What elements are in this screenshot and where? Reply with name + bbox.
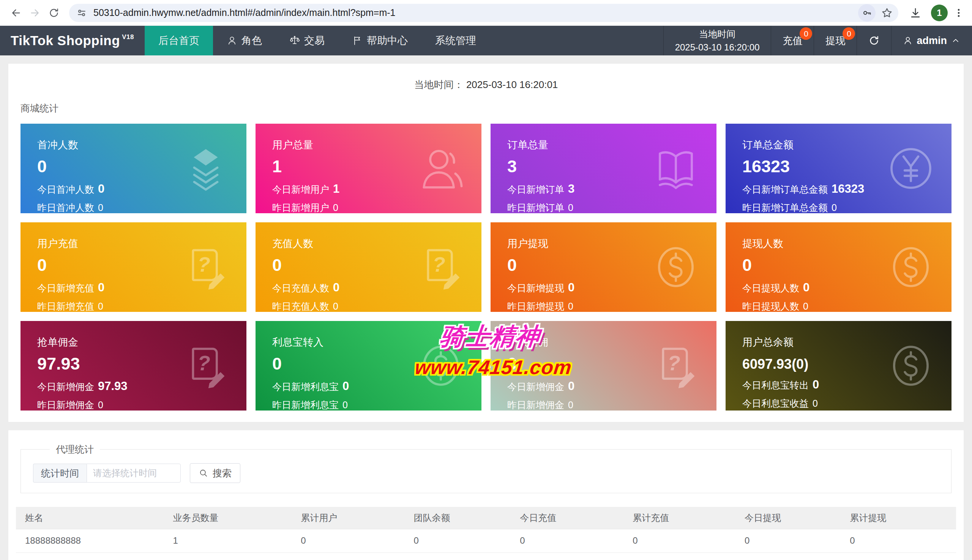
table-header-cell: 姓名 [16,507,169,529]
card-yesterday-label: 昨日首冲人数 [37,202,94,213]
card-yesterday-line: 昨日新增用户 0 [272,202,465,213]
card-yesterday-line: 昨日提现人数 0 [742,300,935,312]
stat-card: 用户总余额 6097.93(0) 今日利息宝转出 0 今日利息宝收益 0 [726,321,952,410]
card-today-value: 0 [568,379,575,393]
card-today-label: 今日首冲人数 [37,183,94,196]
browser-profile-avatar[interactable]: 1 [931,5,948,21]
table-cell: 0 [741,529,846,552]
browser-menu-icon[interactable] [953,7,964,18]
svg-text:?: ? [668,351,680,375]
forward-icon[interactable] [27,5,43,21]
card-yesterday-line: 昨日新增充值 0 [37,300,230,312]
card-today-value: 0 [342,379,349,393]
stat-time-input-group: 统计时间 [33,463,181,483]
url-text[interactable]: 50310-admin.hwymw.net/admin.html#/admin/… [94,7,858,18]
card-yesterday-label: 昨日新增订单总金额 [742,202,828,213]
agent-stats-title: 代理统计 [50,443,100,456]
search-button[interactable]: 搜索 [190,463,240,483]
table-cell: 0 [846,529,956,552]
card-yesterday-value: 0 [342,400,348,410]
table-cell: 0 [297,529,410,552]
search-button-label: 搜索 [213,467,232,480]
card-today-label: 今日提现人数 [742,282,799,294]
address-bar[interactable]: 50310-admin.hwymw.net/admin.html#/admin/… [69,4,899,22]
withdraw-label: 提现 [825,34,845,47]
content-time-value: 2025-03-10 16:20:01 [466,79,558,90]
svg-text:?: ? [197,253,210,276]
card-today-label: 今日新增佣金 [37,380,94,393]
back-icon[interactable] [8,5,24,21]
stat-card: 充值人数 0 今日充值人数 0 昨日充值人数 0 ? [256,222,481,312]
table-row: 188888888881000000 [16,529,956,552]
table-header-cell: 业务员数量 [169,507,297,529]
card-yesterday-label: 昨日新增利息宝 [272,399,339,410]
card-today-value: 0 [568,281,575,294]
table-header-row: 姓名业务员数量累计用户团队余额今日充值累计充值今日提现累计提现 [16,507,956,529]
card-yesterday-line: 昨日首冲人数 0 [37,202,230,213]
svg-text:?: ? [433,253,445,276]
card-yesterday-label: 昨日充值人数 [272,300,329,312]
card-yesterday-line: 昨日新增订单 0 [507,202,700,213]
main-menu: 后台首页角色交易帮助中心系统管理 [145,26,490,55]
user-icon [903,36,913,45]
stat-time-label: 统计时间 [33,463,87,483]
card-today-label: 今日新增订单 [507,183,564,196]
recharge-button[interactable]: 充值 0 [771,26,814,55]
card-yesterday-line: 昨日充值人数 0 [272,300,465,312]
stat-time-input[interactable] [87,463,181,483]
doc-icon: ? [417,243,465,291]
mall-stats-panel: 当地时间： 2025-03-10 16:20:01 商城统计 首冲人数 0 今日… [8,64,964,422]
card-yesterday-value: 0 [98,400,103,410]
card-yesterday-label: 昨日新增佣金 [507,399,564,410]
card-yesterday-line: 昨日新增提现 0 [507,300,700,312]
stat-card: 利息宝转入 0 今日新增利息宝 0 昨日新增利息宝 0 [256,321,481,410]
table-cell: 0 [516,529,629,552]
card-today-value: 0 [333,281,339,294]
nav-item-1[interactable]: 后台首页 [145,26,213,55]
refresh-icon [868,35,880,46]
withdraw-button[interactable]: 提现 0 [814,26,857,55]
agent-stats-panel: 代理统计 统计时间 搜索 姓名业务员数量累计用户团队余额今日充值累计充值今日提现… [8,430,964,560]
local-time-block: 当地时间 2025-03-10 16:20:00 [663,26,771,55]
nav-item-2[interactable]: 角色 [213,26,276,55]
refresh-button[interactable] [857,26,891,55]
page-content: 当地时间： 2025-03-10 16:20:01 商城统计 首冲人数 0 今日… [0,64,972,560]
stat-card: 用户总量 1 今日新增用户 1 昨日新增用户 0 [256,124,481,213]
doc-icon: ? [182,342,230,390]
nav-item-4[interactable]: 帮助中心 [338,26,421,55]
card-yesterday-label: 今日利息宝收益 [742,397,809,410]
table-header-cell: 今日提现 [741,507,846,529]
table-body: 188888888881000000 [16,529,956,552]
withdraw-badge: 0 [843,27,855,40]
card-yesterday-label: 昨日新增佣金 [37,399,94,410]
nav-item-3[interactable]: 交易 [276,26,338,55]
person-icon [417,145,465,192]
table-header-cell: 累计充值 [629,507,741,529]
card-today-value: 0 [813,378,819,392]
card-today-label: 今日新增提现 [507,282,564,294]
card-yesterday-value: 0 [568,301,573,312]
card-yesterday-value: 0 [832,202,837,213]
local-time-value: 2025-03-10 16:20:00 [675,41,760,54]
card-today-label: 今日新增充值 [37,282,94,294]
admin-user-menu[interactable]: admin [891,26,972,55]
table-header-cell: 今日充值 [516,507,629,529]
content-local-time: 当地时间： 2025-03-10 16:20:01 [20,75,952,92]
admin-dashboard: { "browser": { "url": "50310-admin.hwymw… [0,0,972,560]
download-icon[interactable] [909,7,922,19]
recharge-label: 充值 [783,34,802,47]
bookmark-star-icon[interactable] [881,7,893,19]
content-time-label: 当地时间： [414,79,464,90]
card-today-value: 97.93 [98,379,128,393]
password-key-icon[interactable] [858,4,875,22]
card-yesterday-label: 昨日新增订单 [507,202,564,213]
card-today-label: 今日新增利息宝 [272,380,339,393]
recharge-badge: 0 [800,27,812,40]
card-today-label: 今日新增用户 [272,183,329,196]
card-today-value: 1 [333,182,339,196]
stat-card: 抢单佣金 97.93 今日新增佣金 97.93 昨日新增佣金 0 ? [20,321,246,410]
card-yesterday-label: 昨日新增用户 [272,202,329,213]
nav-item-5[interactable]: 系统管理 [421,26,490,55]
reload-icon[interactable] [45,5,62,21]
stat-card: 用户提现 0 今日新增提现 0 昨日新增提现 0 [491,222,716,312]
